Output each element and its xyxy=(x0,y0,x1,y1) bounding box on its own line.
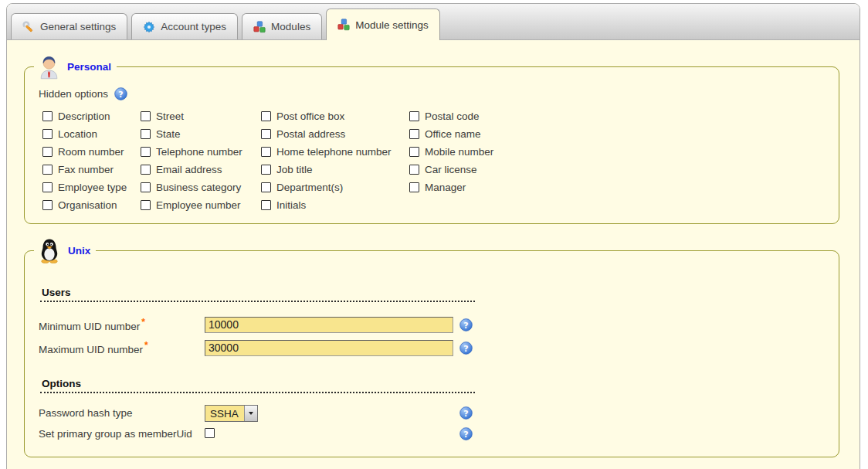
hidden-option-checkbox[interactable] xyxy=(261,165,271,175)
maximum-uid-input[interactable] xyxy=(205,340,453,356)
personal-legend: Personal xyxy=(34,54,117,80)
member-uid-row: Set primary group as memberUid ? xyxy=(39,423,476,444)
hidden-option-label: Postal address xyxy=(276,128,345,140)
hidden-option-cell: Post office box xyxy=(261,110,409,122)
svg-text:?: ? xyxy=(463,409,468,419)
users-rows: Minimum UID number* ? Maximum UID number… xyxy=(39,313,825,359)
required-marker: * xyxy=(141,317,145,328)
hidden-option-cell: Description xyxy=(42,110,141,122)
required-marker: * xyxy=(144,340,148,351)
help-icon[interactable]: ? xyxy=(114,87,127,100)
hidden-option-checkbox[interactable] xyxy=(261,182,271,192)
tab-bar: General settingsAccount typesModulesModu… xyxy=(7,4,860,40)
hidden-option-checkbox[interactable] xyxy=(141,165,151,175)
hidden-option-label: Employee type xyxy=(58,182,127,193)
tab-label: Module settings xyxy=(355,19,429,31)
modules-icon xyxy=(337,19,350,31)
hidden-option-cell: Fax number xyxy=(42,164,141,175)
hidden-option-label: Manager xyxy=(425,182,466,193)
hidden-option-checkbox[interactable] xyxy=(141,182,151,192)
hidden-option-label: Job title xyxy=(276,164,313,175)
hidden-option-cell: Mobile number xyxy=(409,146,587,158)
svg-text:?: ? xyxy=(118,90,123,100)
hidden-option-cell: Employee number xyxy=(141,199,261,211)
password-hash-value: SSHA xyxy=(205,406,244,421)
help-icon[interactable]: ? xyxy=(459,406,473,420)
tab-label: Modules xyxy=(271,21,310,32)
tab-general-settings[interactable]: General settings xyxy=(11,13,127,39)
maximum-uid-row: Maximum UID number* ? xyxy=(39,336,476,359)
hidden-option-checkbox[interactable] xyxy=(409,165,419,175)
hidden-option-checkbox[interactable] xyxy=(141,129,151,139)
hidden-option-checkbox[interactable] xyxy=(261,111,271,121)
hidden-option-cell: Job title xyxy=(261,164,409,175)
hidden-option-label: Location xyxy=(58,128,97,140)
hidden-option-cell: Manager xyxy=(409,182,587,193)
svg-text:?: ? xyxy=(463,343,468,353)
password-hash-select[interactable]: SSHA xyxy=(205,405,258,422)
hidden-option-checkbox[interactable] xyxy=(261,129,271,139)
tab-modules[interactable]: Modules xyxy=(242,13,322,39)
help-icon[interactable]: ? xyxy=(459,318,473,331)
member-uid-label: Set primary group as memberUid xyxy=(39,428,205,440)
hidden-option-cell: Postal code xyxy=(409,110,587,122)
hidden-option-cell: Email address xyxy=(141,164,261,175)
hidden-options-label: Hidden options xyxy=(39,88,108,100)
hidden-option-checkbox[interactable] xyxy=(141,111,151,121)
svg-text:?: ? xyxy=(463,430,468,440)
unix-section: Unix Users Minimum UID number* ? Maximum… xyxy=(24,250,839,457)
hidden-option-checkbox[interactable] xyxy=(261,200,271,210)
tab-module-settings[interactable]: Module settings xyxy=(326,8,440,40)
hidden-option-checkbox[interactable] xyxy=(409,182,419,192)
hidden-option-checkbox[interactable] xyxy=(42,200,53,210)
hidden-option-cell: Location xyxy=(42,128,141,140)
help-icon[interactable]: ? xyxy=(459,342,473,355)
hidden-option-label: Organisation xyxy=(58,199,117,211)
hidden-option-checkbox[interactable] xyxy=(42,111,53,121)
hidden-option-checkbox[interactable] xyxy=(261,147,271,157)
hidden-option-cell: Employee type xyxy=(42,182,141,193)
maximum-uid-label: Maximum UID number* xyxy=(39,340,205,355)
hidden-option-label: Telephone number xyxy=(156,146,242,158)
svg-text:?: ? xyxy=(463,320,468,330)
hidden-option-checkbox[interactable] xyxy=(42,129,53,139)
hidden-option-label: Street xyxy=(156,110,184,122)
hidden-option-cell: Initials xyxy=(261,199,409,211)
help-icon[interactable]: ? xyxy=(459,427,473,440)
hidden-option-checkbox[interactable] xyxy=(409,129,419,139)
module-settings-panel: Personal Hidden options ? DescriptionStr… xyxy=(7,66,860,457)
unix-section-title: Unix xyxy=(65,245,96,257)
password-hash-row: Password hash type SSHA ? xyxy=(39,403,476,423)
hidden-option-checkbox[interactable] xyxy=(42,147,53,157)
hidden-options-grid: DescriptionStreetPost office boxPostal c… xyxy=(42,107,825,214)
hidden-option-checkbox[interactable] xyxy=(141,147,151,157)
hidden-option-cell: Street xyxy=(141,110,261,122)
modules-icon xyxy=(253,21,266,33)
hidden-option-cell: Department(s) xyxy=(261,182,409,193)
hidden-option-label: Home telephone number xyxy=(276,146,392,158)
hidden-option-checkbox[interactable] xyxy=(409,147,419,157)
options-rows: Password hash type SSHA ? Set primary gr… xyxy=(39,403,825,444)
member-uid-checkbox[interactable] xyxy=(205,428,215,438)
hidden-option-label: Department(s) xyxy=(276,182,343,193)
hidden-option-label: State xyxy=(156,128,181,140)
hidden-option-checkbox[interactable] xyxy=(42,165,53,175)
hidden-option-checkbox[interactable] xyxy=(42,182,53,192)
unix-legend: Unix xyxy=(34,237,96,263)
tab-account-types[interactable]: Account types xyxy=(131,13,238,39)
hidden-option-label: Post office box xyxy=(276,110,344,122)
hidden-option-label: Room number xyxy=(58,146,124,158)
hidden-option-label: Car license xyxy=(425,164,477,175)
personal-section: Personal Hidden options ? DescriptionStr… xyxy=(24,66,839,224)
person-icon xyxy=(34,54,64,80)
dropdown-arrow-icon xyxy=(244,406,257,421)
wrench-icon xyxy=(22,21,35,33)
hidden-option-label: Email address xyxy=(156,164,222,175)
options-subheader: Options xyxy=(40,378,475,393)
minimum-uid-input[interactable] xyxy=(205,317,453,333)
hidden-option-label: Description xyxy=(58,110,110,122)
hidden-option-checkbox[interactable] xyxy=(409,111,419,121)
password-hash-label: Password hash type xyxy=(39,407,205,419)
hidden-option-cell: Car license xyxy=(409,164,587,175)
hidden-option-checkbox[interactable] xyxy=(141,200,151,210)
